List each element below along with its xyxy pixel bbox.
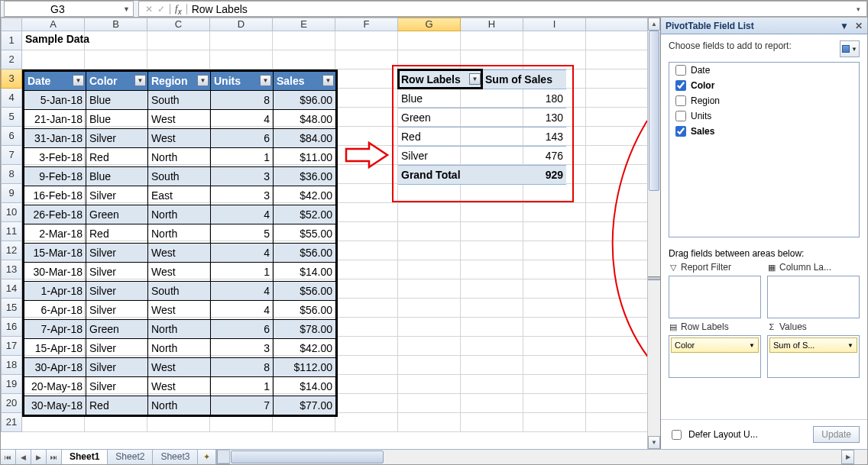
column-header-g[interactable]: G bbox=[398, 18, 461, 31]
values-dropzone[interactable]: Sum of S...▼ bbox=[767, 335, 860, 378]
field-units[interactable]: Units bbox=[669, 108, 859, 124]
cell[interactable] bbox=[398, 184, 461, 203]
cell[interactable] bbox=[523, 394, 586, 413]
table-row[interactable]: 5-Jan-18BlueSouth8$96.00 bbox=[24, 91, 336, 110]
cell[interactable] bbox=[523, 50, 586, 69]
column-labels-dropzone[interactable] bbox=[767, 276, 860, 318]
table-row[interactable]: 30-Apr-18SilverWest8$112.00 bbox=[24, 358, 336, 377]
table-row[interactable]: 15-Mar-18SilverWest4$56.00 bbox=[24, 244, 336, 263]
select-all-corner[interactable] bbox=[1, 18, 22, 31]
cell[interactable] bbox=[22, 50, 85, 69]
cell[interactable] bbox=[398, 299, 461, 318]
cell[interactable] bbox=[586, 337, 649, 356]
cell[interactable] bbox=[335, 260, 398, 279]
cell[interactable] bbox=[523, 241, 586, 260]
row-header-16[interactable]: 16 bbox=[1, 318, 22, 337]
cell[interactable] bbox=[398, 31, 461, 50]
table-header-units[interactable]: Units▼ bbox=[211, 72, 274, 91]
row-header-13[interactable]: 13 bbox=[1, 260, 22, 279]
cell[interactable] bbox=[586, 31, 649, 50]
pivot-row[interactable]: Green130 bbox=[398, 108, 566, 128]
cell[interactable] bbox=[398, 318, 461, 337]
cell[interactable] bbox=[523, 299, 586, 318]
layout-options-button[interactable]: ▼ bbox=[840, 40, 860, 57]
prev-sheet-button[interactable]: ◀ bbox=[16, 450, 31, 464]
pivot-sum-header[interactable]: Sum of Sales bbox=[482, 70, 566, 89]
cell[interactable] bbox=[523, 413, 586, 432]
enter-icon[interactable]: ✓ bbox=[157, 4, 165, 15]
cell[interactable] bbox=[398, 279, 461, 299]
cell[interactable] bbox=[335, 108, 398, 127]
cell[interactable] bbox=[335, 299, 398, 318]
cell[interactable] bbox=[335, 89, 398, 108]
cell[interactable] bbox=[586, 203, 649, 222]
cell[interactable] bbox=[586, 184, 649, 203]
pivot-grand-total-label[interactable]: Grand Total bbox=[398, 166, 482, 185]
cell[interactable] bbox=[586, 222, 649, 241]
pane-options-icon[interactable]: ▼ bbox=[840, 21, 849, 31]
cell[interactable] bbox=[461, 318, 523, 337]
pivot-row[interactable]: Red143 bbox=[398, 128, 566, 147]
last-sheet-button[interactable]: ⏭ bbox=[47, 450, 62, 464]
cell[interactable] bbox=[335, 165, 398, 184]
horizontal-scrollbar[interactable]: ◀ ▶ bbox=[216, 450, 867, 464]
fx-icon[interactable]: fx bbox=[175, 2, 182, 16]
cell[interactable] bbox=[398, 203, 461, 222]
table-row[interactable]: 3-Feb-18RedNorth1$11.00 bbox=[24, 148, 336, 167]
row-labels-dropzone[interactable]: Color▼ bbox=[669, 335, 761, 378]
cell[interactable] bbox=[461, 394, 523, 413]
vertical-scrollbar[interactable]: ▲ ▼ bbox=[647, 18, 660, 449]
cell[interactable] bbox=[586, 356, 649, 375]
table-header-region[interactable]: Region▼ bbox=[148, 72, 211, 91]
cell[interactable] bbox=[586, 318, 649, 337]
cell[interactable] bbox=[523, 31, 586, 50]
pivot-grand-total-value[interactable]: 929 bbox=[482, 166, 566, 185]
cell[interactable] bbox=[335, 69, 398, 89]
column-header-d[interactable]: D bbox=[210, 18, 273, 31]
table-row[interactable]: 30-Mar-18SilverWest1$14.00 bbox=[24, 263, 336, 282]
field-date[interactable]: Date bbox=[669, 63, 859, 78]
cell[interactable] bbox=[335, 337, 398, 356]
pivot-row-labels-header[interactable]: Row Labels ▼ bbox=[398, 70, 482, 89]
table-row[interactable]: 31-Jan-18SilverWest6$84.00 bbox=[24, 129, 336, 148]
cell[interactable] bbox=[586, 260, 649, 279]
table-row[interactable]: 26-Feb-18GreenNorth4$52.00 bbox=[24, 205, 336, 224]
cell[interactable] bbox=[210, 50, 273, 69]
sheet-tab-sheet3[interactable]: Sheet3 bbox=[153, 450, 198, 464]
cell[interactable] bbox=[398, 50, 461, 69]
defer-layout-checkbox[interactable] bbox=[672, 430, 682, 440]
row-header-6[interactable]: 6 bbox=[1, 127, 22, 146]
column-header-f[interactable]: F bbox=[335, 18, 398, 31]
cell[interactable] bbox=[586, 69, 649, 89]
name-box[interactable]: G3 ▼ bbox=[4, 1, 134, 17]
cell[interactable] bbox=[586, 279, 649, 299]
cell[interactable] bbox=[335, 31, 398, 50]
report-filter-dropzone[interactable] bbox=[669, 276, 761, 318]
table-row[interactable]: 16-Feb-18SilverEast3$42.00 bbox=[24, 186, 336, 205]
cell[interactable] bbox=[586, 50, 649, 69]
table-row[interactable]: 20-May-18SilverWest1$14.00 bbox=[24, 377, 336, 396]
cell[interactable] bbox=[335, 127, 398, 146]
cell[interactable] bbox=[461, 375, 523, 394]
table-row[interactable]: 1-Apr-18SilverSouth4$56.00 bbox=[24, 282, 336, 301]
row-header-21[interactable]: 21 bbox=[1, 413, 22, 432]
filter-dropdown-icon[interactable]: ▼ bbox=[73, 75, 84, 86]
row-header-10[interactable]: 10 bbox=[1, 203, 22, 222]
field-checkbox[interactable] bbox=[675, 95, 686, 106]
cell[interactable] bbox=[335, 241, 398, 260]
table-row[interactable]: 6-Apr-18SilverWest4$56.00 bbox=[24, 301, 336, 320]
cell[interactable] bbox=[523, 222, 586, 241]
row-header-3[interactable]: 3 bbox=[1, 69, 22, 89]
cell[interactable] bbox=[147, 31, 210, 50]
cell[interactable] bbox=[461, 356, 523, 375]
field-region[interactable]: Region bbox=[669, 93, 859, 108]
cell[interactable] bbox=[523, 279, 586, 299]
table-row[interactable]: 21-Jan-18BlueWest4$48.00 bbox=[24, 110, 336, 129]
row-header-1[interactable]: 1 bbox=[1, 31, 22, 50]
row-header-17[interactable]: 17 bbox=[1, 337, 22, 356]
row-header-7[interactable]: 7 bbox=[1, 146, 22, 165]
table-header-date[interactable]: Date▼ bbox=[24, 72, 86, 91]
filter-dropdown-icon[interactable]: ▼ bbox=[260, 75, 271, 86]
cell[interactable] bbox=[461, 260, 523, 279]
cell[interactable] bbox=[335, 375, 398, 394]
